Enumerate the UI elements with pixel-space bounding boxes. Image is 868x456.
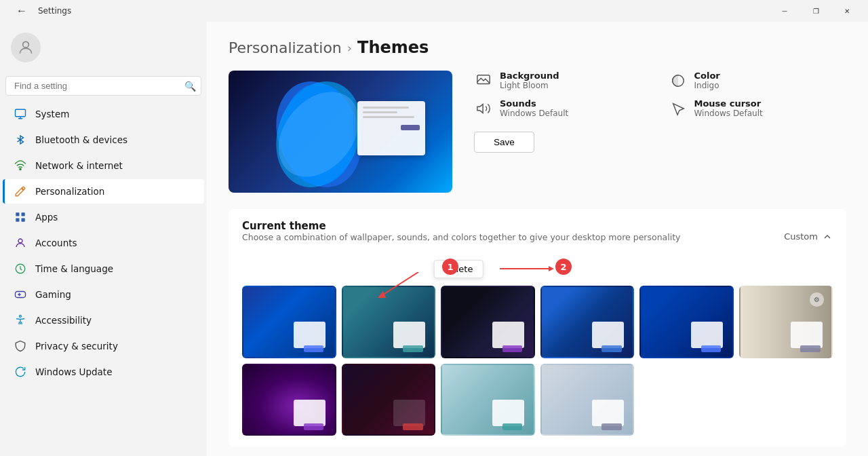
sidebar-item-gaming[interactable]: Gaming bbox=[3, 282, 204, 307]
breadcrumb-current: Themes bbox=[357, 38, 429, 57]
titlebar-left: ← Settings bbox=[11, 2, 71, 20]
theme-mini-bar bbox=[403, 345, 423, 352]
themes-toggle[interactable]: Custom bbox=[784, 231, 833, 242]
theme-thumb-6[interactable]: ⚙ bbox=[739, 286, 833, 358]
accessibility-icon bbox=[14, 314, 27, 327]
theme-mini-window bbox=[294, 400, 326, 426]
theme-mini-bar bbox=[502, 345, 523, 352]
titlebar-controls: ─ ❐ ✕ bbox=[769, 0, 863, 22]
theme-thumb-5[interactable] bbox=[639, 286, 734, 358]
theme-mini-bar bbox=[701, 345, 722, 352]
sidebar-item-bluetooth-label: Bluetooth & devices bbox=[35, 134, 127, 145]
svg-point-2 bbox=[20, 168, 21, 170]
refresh-icon bbox=[14, 365, 27, 379]
brush-icon bbox=[14, 185, 27, 198]
theme-thumb-3[interactable] bbox=[441, 286, 535, 358]
svg-line-19 bbox=[381, 272, 418, 296]
theme-settings-grid: Background Light Bloom Color Indigo bbox=[474, 71, 846, 118]
svg-rect-1 bbox=[16, 109, 26, 117]
save-button[interactable]: Save bbox=[474, 132, 534, 153]
sidebar-item-personalization[interactable]: Personalization bbox=[3, 179, 204, 204]
sidebar-item-time-label: Time & language bbox=[35, 263, 113, 274]
theme-mini-bar bbox=[304, 345, 324, 352]
sounds-icon bbox=[474, 99, 493, 118]
breadcrumb: Personalization › Themes bbox=[229, 38, 846, 57]
monitor-icon bbox=[14, 107, 27, 121]
titlebar-title: Settings bbox=[38, 6, 71, 16]
sounds-label: Sounds bbox=[500, 98, 568, 109]
background-label: Background bbox=[500, 71, 559, 81]
sidebar-item-apps[interactable]: Apps bbox=[3, 205, 204, 229]
svg-point-10 bbox=[20, 316, 22, 318]
sidebar-item-bluetooth[interactable]: Bluetooth & devices bbox=[3, 128, 204, 152]
close-button[interactable]: ✕ bbox=[831, 0, 863, 22]
theme-settings-panel: Background Light Bloom Color Indigo bbox=[474, 71, 846, 153]
annotation-arrow bbox=[500, 264, 554, 273]
sidebar-item-accounts[interactable]: Accounts bbox=[3, 231, 204, 255]
back-button[interactable]: ← bbox=[11, 2, 33, 20]
settings-gear-icon: ⚙ bbox=[810, 292, 825, 307]
themes-grid-row1: ⚙ bbox=[242, 286, 833, 358]
restore-button[interactable]: ❐ bbox=[800, 0, 831, 22]
sidebar-item-time[interactable]: Time & language bbox=[3, 256, 204, 281]
theme-mini-bar bbox=[502, 423, 523, 430]
theme-mini-bar bbox=[800, 345, 821, 352]
theme-mini-window bbox=[691, 322, 723, 348]
sidebar: 🔍 System Bluetooth & devices Network & i… bbox=[0, 22, 207, 456]
background-setting[interactable]: Background Light Bloom bbox=[474, 71, 652, 90]
delete-tooltip-area: 1 Delete 2 bbox=[242, 256, 833, 283]
mouse-cursor-icon bbox=[669, 99, 688, 118]
sidebar-user bbox=[0, 24, 207, 71]
theme-mini-bar bbox=[601, 345, 622, 352]
theme-mini-window bbox=[393, 322, 425, 348]
sidebar-item-network[interactable]: Network & internet bbox=[3, 153, 204, 178]
sidebar-item-gaming-label: Gaming bbox=[35, 289, 71, 300]
gaming-icon bbox=[14, 288, 27, 301]
color-icon bbox=[669, 71, 688, 90]
sounds-value: Windows Default bbox=[500, 109, 568, 118]
theme-mini-window bbox=[492, 400, 524, 426]
theme-mini-window bbox=[592, 400, 624, 426]
theme-thumb-10[interactable] bbox=[540, 364, 635, 436]
bluetooth-icon bbox=[14, 133, 27, 147]
theme-mini-window bbox=[393, 400, 425, 426]
mouse-setting[interactable]: Mouse cursor Windows Default bbox=[669, 98, 847, 118]
color-setting[interactable]: Color Indigo bbox=[669, 71, 847, 90]
background-text: Background Light Bloom bbox=[500, 71, 559, 90]
theme-mini-bar bbox=[601, 423, 622, 430]
theme-thumb-4[interactable] bbox=[540, 286, 635, 358]
sidebar-item-personalization-label: Personalization bbox=[35, 186, 104, 197]
sidebar-item-system-label: System bbox=[35, 109, 69, 119]
background-value: Light Bloom bbox=[500, 81, 559, 90]
sidebar-item-update-label: Windows Update bbox=[35, 366, 112, 377]
mouse-label: Mouse cursor bbox=[694, 98, 763, 109]
sidebar-item-accessibility[interactable]: Accessibility bbox=[3, 308, 204, 332]
sounds-setting[interactable]: Sounds Windows Default bbox=[474, 98, 652, 118]
theme-mini-window bbox=[791, 322, 823, 348]
sidebar-item-update[interactable]: Windows Update bbox=[3, 360, 204, 384]
mouse-value: Windows Default bbox=[694, 109, 763, 118]
themes-section: Current theme Choose a combination of wa… bbox=[229, 209, 846, 446]
breadcrumb-separator: › bbox=[347, 41, 352, 55]
theme-thumb-8[interactable] bbox=[342, 364, 436, 436]
color-text: Color Indigo bbox=[694, 71, 720, 90]
minimize-button[interactable]: ─ bbox=[769, 0, 800, 22]
theme-thumb-7[interactable] bbox=[242, 364, 336, 436]
sidebar-item-system[interactable]: System bbox=[3, 102, 204, 126]
sounds-text: Sounds Windows Default bbox=[500, 98, 568, 118]
search-input[interactable] bbox=[5, 76, 201, 96]
theme-thumb-9[interactable] bbox=[441, 364, 535, 436]
preview-window-mock bbox=[357, 101, 425, 155]
themes-title: Current theme bbox=[242, 220, 680, 232]
mouse-text: Mouse cursor Windows Default bbox=[694, 98, 763, 118]
sidebar-item-privacy[interactable]: Privacy & security bbox=[3, 334, 204, 358]
svg-rect-6 bbox=[22, 218, 25, 222]
theme-mini-window bbox=[294, 322, 326, 348]
clock-icon bbox=[14, 262, 27, 276]
breadcrumb-parent[interactable]: Personalization bbox=[229, 39, 342, 56]
theme-thumb-1[interactable] bbox=[242, 286, 336, 358]
wifi-icon bbox=[14, 159, 27, 172]
themes-toggle-label: Custom bbox=[784, 231, 818, 242]
color-value: Indigo bbox=[694, 81, 720, 90]
themes-subtitle: Choose a combination of wallpaper, sound… bbox=[242, 232, 680, 242]
